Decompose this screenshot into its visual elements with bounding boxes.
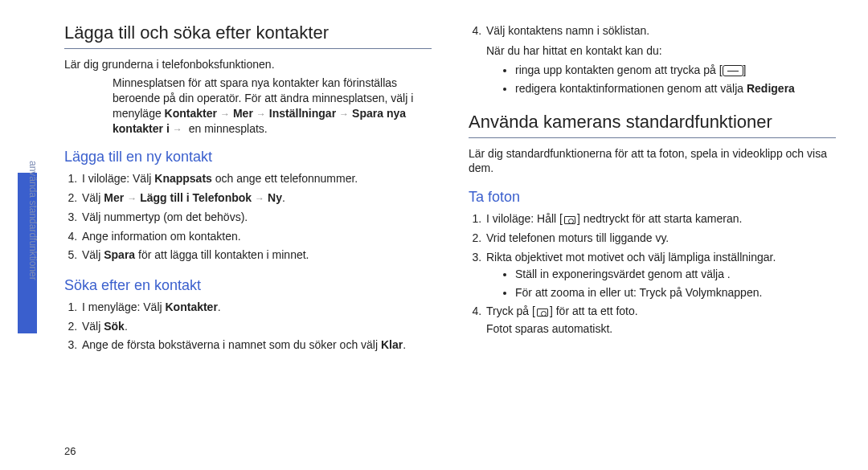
- call-key-icon: [723, 65, 743, 76]
- left-column: Lägga till och söka efter kontakter Lär …: [64, 22, 432, 448]
- list-item: Välj Mer→Lägg till i Telefonbok→Ny.: [80, 190, 432, 207]
- heading-camera: Använda kamerans standardfunktioner: [469, 112, 836, 138]
- photo-substeps: Ställ in exponeringsvärdet genom att väl…: [515, 266, 836, 301]
- side-tab-label: använda standardfunktioner: [27, 161, 39, 280]
- list-item: För att zooma in eller ut: Tryck på Voly…: [515, 284, 836, 301]
- list-item: Ange de första bokstäverna i namnet som …: [80, 337, 432, 354]
- search-contact-steps: I menyläge: Välj Kontakter. Välj Sök. An…: [80, 299, 432, 354]
- memory-note: Minnesplatsen för att spara nya kontakte…: [113, 76, 432, 137]
- list-item: Vrid telefonen moturs till liggande vy.: [485, 230, 836, 247]
- list-item: I viloläge: Välj Knappsats och ange ett …: [80, 170, 432, 188]
- search-contact-cont: Välj kontaktens namn i söklistan. När du…: [485, 22, 836, 97]
- subheading-search-contact: Söka efter en kontakt: [64, 277, 432, 294]
- list-item: I menyläge: Välj Kontakter.: [80, 299, 432, 317]
- camera-icon: [564, 216, 575, 224]
- subheading-add-contact: Lägga till en ny kontakt: [64, 149, 432, 166]
- page-number: 26: [64, 445, 76, 457]
- list-item: ringa upp kontakten genom att trycka på …: [515, 62, 836, 79]
- camera-icon: [537, 309, 548, 317]
- intro-text: Lär dig grunderna i telefonboksfunktione…: [64, 57, 432, 72]
- right-column: Välj kontaktens namn i söklistan. När du…: [469, 22, 836, 448]
- list-item: Ange information om kontakten.: [80, 228, 432, 246]
- list-item: Ställ in exponeringsvärdet genom att väl…: [515, 266, 836, 283]
- found-options: ringa upp kontakten genom att trycka på …: [515, 62, 836, 97]
- list-item: Välj Sök.: [80, 318, 432, 336]
- found-text: När du har hittat en kontakt kan du:: [486, 43, 836, 59]
- heading-contacts: Lägga till och söka efter kontakter: [64, 22, 432, 49]
- list-item: redigera kontaktinformationen genom att …: [515, 80, 836, 97]
- list-item: Tryck på [] för att ta ett foto. Fotot s…: [485, 303, 836, 337]
- camera-intro: Lär dig standardfunktionerna för att ta …: [469, 146, 836, 177]
- list-item: Rikta objektivet mot motivet och välj lä…: [485, 249, 836, 302]
- list-item: Välj Spara för att lägga till kontakten …: [80, 247, 432, 264]
- photo-steps: I viloläge: Håll [] nedtryckt för att st…: [485, 210, 836, 337]
- list-item: I viloläge: Håll [] nedtryckt för att st…: [485, 210, 836, 228]
- subheading-take-photos: Ta foton: [469, 189, 836, 206]
- add-contact-steps: I viloläge: Välj Knappsats och ange ett …: [80, 170, 432, 264]
- list-item: Välj kontaktens namn i söklistan. När du…: [485, 22, 836, 97]
- page-content: Lägga till och söka efter kontakter Lär …: [64, 22, 836, 448]
- list-item: Välj nummertyp (om det behövs).: [80, 209, 432, 227]
